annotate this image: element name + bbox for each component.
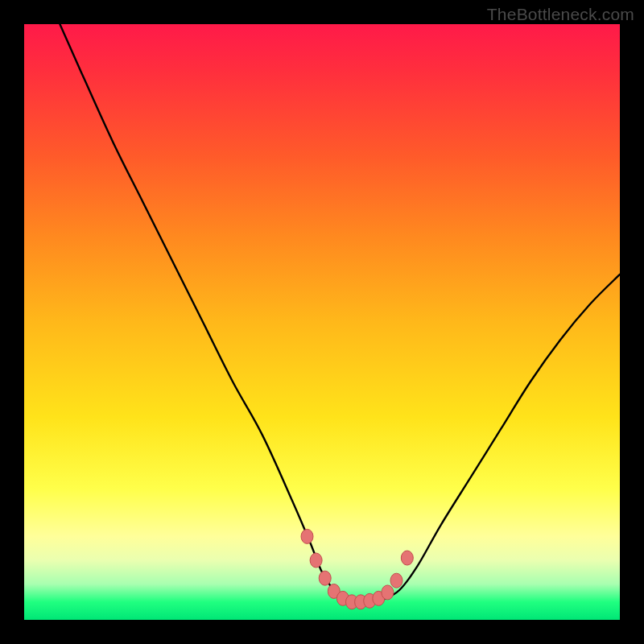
curve-marker — [382, 585, 394, 600]
bottleneck-curve — [60, 24, 620, 602]
chart-frame: TheBottleneck.com — [0, 0, 644, 644]
marker-group — [301, 529, 413, 609]
curve-marker — [301, 529, 313, 543]
watermark-text: TheBottleneck.com — [487, 5, 634, 24]
curve-marker — [401, 551, 413, 565]
curve-marker — [390, 573, 402, 588]
curve-marker — [310, 553, 322, 568]
curve-marker — [319, 571, 331, 585]
curve-layer — [24, 24, 620, 620]
plot-area — [24, 24, 620, 620]
